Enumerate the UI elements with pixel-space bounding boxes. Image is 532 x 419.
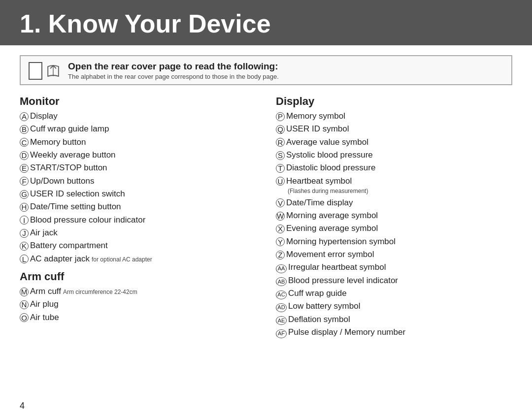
letter-badge: O	[20, 313, 29, 322]
letter-badge: E	[20, 164, 29, 173]
list-item: ESTART/STOP button	[20, 161, 256, 174]
heartbeat-note: (Flashes during measurement)	[288, 188, 512, 195]
letter-badge: K	[20, 242, 29, 251]
item-text: Pulse display / Memory number	[288, 326, 405, 339]
letter-badge: W	[276, 212, 285, 221]
left-column: Monitor ADisplay BCuff wrap guide lamp C…	[20, 93, 266, 339]
item-text: Morning hypertension symbol	[286, 235, 396, 248]
item-text: Average value symbol	[286, 136, 368, 149]
list-item: ACCuff wrap guide	[276, 287, 512, 300]
list-item: OAir tube	[20, 311, 256, 324]
list-item: TDiastolic blood pressure	[276, 161, 512, 174]
list-item: AFPulse display / Memory number	[276, 326, 512, 339]
letter-badge: D	[20, 151, 29, 160]
item-text: Diastolic blood pressure	[286, 161, 375, 174]
header-bar: 1. Know Your Device	[0, 0, 532, 45]
letter-badge: L	[20, 255, 29, 263]
letter-badge: N	[20, 300, 29, 309]
item-text: AC adapter jack	[30, 253, 90, 265]
item-text: Date/Time display	[286, 196, 353, 209]
list-item: WMorning average symbol	[276, 209, 512, 222]
list-item: UHeartbeat symbol	[276, 175, 512, 188]
item-text: Morning average symbol	[286, 209, 378, 222]
list-item: JAir jack	[20, 226, 256, 239]
letter-badge: G	[20, 190, 29, 199]
item-text: Up/Down buttons	[30, 175, 94, 188]
list-item: DWeekly average button	[20, 149, 256, 161]
open-cover-sub-text: The alphabet in the rear cover page corr…	[68, 73, 279, 80]
list-item: IBlood pressure colour indicator	[20, 214, 256, 226]
letter-badge: AD	[276, 303, 287, 312]
open-cover-box: Open the rear cover page to read the fol…	[20, 55, 512, 85]
letter-badge: H	[20, 203, 29, 212]
page-number: 4	[20, 401, 25, 411]
letter-badge: V	[276, 198, 285, 207]
list-item: VDate/Time display	[276, 196, 512, 209]
open-cover-text-area: Open the rear cover page to read the fol…	[68, 61, 279, 80]
monitor-section-title: Monitor	[20, 95, 256, 108]
letter-badge: Q	[276, 125, 285, 134]
letter-badge: B	[20, 125, 29, 134]
letter-badge: X	[276, 225, 285, 233]
item-text: Display	[30, 110, 58, 123]
letter-badge: M	[20, 288, 29, 296]
letter-badge: J	[20, 229, 29, 238]
item-text: USER ID selection switch	[30, 188, 125, 200]
letter-badge: F	[20, 177, 29, 186]
letter-badge: I	[20, 216, 29, 225]
list-item: FUp/Down buttons	[20, 175, 256, 188]
letter-badge: S	[276, 151, 285, 160]
list-item: LAC adapter jackfor optional AC adapter	[20, 253, 256, 265]
item-text: Memory symbol	[286, 110, 345, 123]
list-item: KBattery compartment	[20, 239, 256, 252]
list-item: ABBlood pressure level indicator	[276, 274, 512, 287]
content-area: Open the rear cover page to read the fol…	[0, 45, 532, 344]
letter-badge: C	[20, 138, 29, 147]
item-text: Deflation symbol	[288, 313, 350, 326]
item-text: Systolic blood pressure	[286, 149, 373, 161]
item-text: Movement error symbol	[286, 248, 374, 261]
item-text: Evening average symbol	[286, 222, 378, 235]
list-item: GUSER ID selection switch	[20, 188, 256, 200]
page-title: 1. Know Your Device	[20, 9, 512, 38]
display-section-title: Display	[276, 95, 512, 108]
letter-badge: A	[20, 112, 29, 121]
list-item: AEDeflation symbol	[276, 313, 512, 326]
open-book-icon	[44, 62, 62, 80]
list-item: RAverage value symbol	[276, 136, 512, 149]
letter-badge: T	[276, 164, 285, 173]
letter-badge: U	[276, 177, 285, 186]
letter-badge: R	[276, 138, 285, 147]
item-text: Air tube	[30, 311, 59, 324]
list-item: PMemory symbol	[276, 110, 512, 123]
item-text: START/STOP button	[30, 161, 107, 174]
list-item: ADisplay	[20, 110, 256, 123]
list-item: ADLow battery symbol	[276, 300, 512, 313]
item-text: Blood pressure colour indicator	[30, 214, 145, 226]
item-text: Weekly average button	[30, 149, 116, 161]
list-item: SSystolic blood pressure	[276, 149, 512, 161]
list-item: MArm cuffArm circumference 22-42cm	[20, 285, 256, 298]
list-item: YMorning hypertension symbol	[276, 235, 512, 248]
item-text: Date/Time setting button	[30, 200, 121, 213]
two-col-layout: Monitor ADisplay BCuff wrap guide lamp C…	[20, 93, 512, 339]
list-item: ZMovement error symbol	[276, 248, 512, 261]
letter-badge: AE	[276, 316, 287, 325]
open-cover-main-text: Open the rear cover page to read the fol…	[68, 61, 279, 72]
list-item: CMemory button	[20, 136, 256, 149]
item-small-text: Arm circumference 22-42cm	[63, 288, 137, 297]
cover-icon	[29, 62, 62, 80]
item-text: Air plug	[30, 298, 59, 311]
item-text: Irregular heartbeat symbol	[288, 261, 386, 274]
right-column: Display PMemory symbol QUSER ID symbol R…	[266, 93, 512, 339]
letter-badge: P	[276, 112, 285, 121]
item-text: Arm cuff	[30, 285, 61, 298]
list-item: XEvening average symbol	[276, 222, 512, 235]
list-item: BCuff wrap guide lamp	[20, 123, 256, 135]
letter-badge: AF	[276, 329, 287, 338]
item-text: Battery compartment	[30, 239, 108, 252]
item-text: Low battery symbol	[288, 300, 360, 313]
item-small-text: for optional AC adapter	[92, 255, 152, 264]
arm-cuff-section-title: Arm cuff	[20, 270, 256, 283]
item-text: Air jack	[30, 226, 58, 239]
